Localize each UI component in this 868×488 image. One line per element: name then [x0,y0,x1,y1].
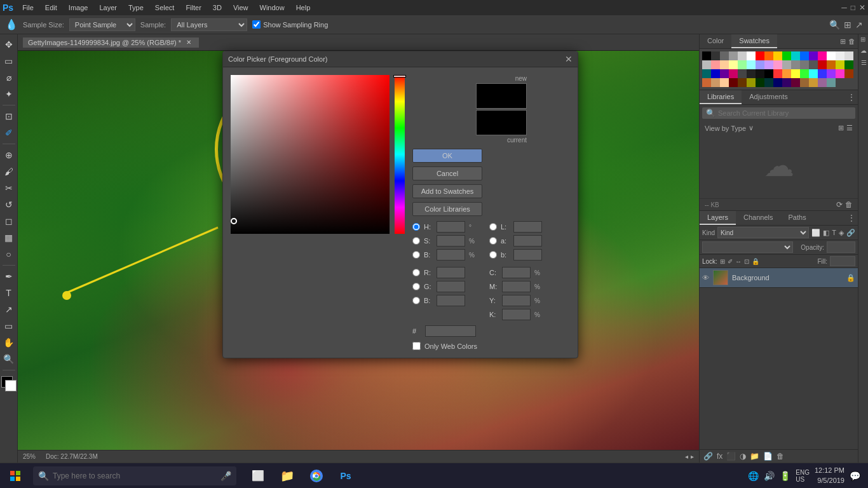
swatch-cyan[interactable] [791,51,800,60]
swatch-dk-green[interactable] [844,60,853,69]
swatch-yellow[interactable] [773,51,782,60]
clone-tool[interactable]: ✂ [1,180,17,196]
swatch-g4[interactable] [791,60,800,69]
sample-select[interactable]: All Layers Current Layer [171,18,247,31]
c-input[interactable]: 75 [502,267,531,278]
network-icon[interactable]: 🌐 [748,471,759,481]
swatch-dk-magenta[interactable] [729,69,738,78]
share-icon[interactable]: ↗ [855,20,863,30]
color-spectrum[interactable] [231,75,390,234]
h-input[interactable]: 0 [437,221,465,233]
m-input[interactable]: 68 [502,281,531,292]
swatch-g9[interactable] [756,69,764,78]
swatch-br2[interactable] [800,78,809,87]
library-search[interactable]: 🔍 [702,107,855,119]
layer-row-background[interactable]: 👁 Background 🔒 [700,268,858,288]
swatch-g7[interactable] [738,69,747,78]
color-libraries-button[interactable]: Color Libraries [412,202,482,216]
l-radio[interactable] [489,223,497,231]
swatch-lt-pink[interactable] [773,60,782,69]
tab-adjustments[interactable]: Adjustments [742,90,796,104]
swatch-y2[interactable] [791,69,800,78]
start-button[interactable] [0,463,31,489]
swatch-g5[interactable] [800,60,809,69]
l-input[interactable]: 0 [513,221,542,233]
g-radio[interactable] [412,283,420,290]
swatch-lt-green[interactable] [738,60,747,69]
swatch-mauve[interactable] [818,78,827,87]
lock-move-icon[interactable]: ↔ [735,258,742,265]
menu-window[interactable]: Window [255,3,290,13]
menu-help[interactable]: Help [291,3,316,13]
view-by-type[interactable]: View by Type ∨ ⊞ ☰ [705,124,853,132]
libraries-options-icon[interactable]: ⋮ [848,93,855,102]
tab-libraries[interactable]: Libraries [700,90,742,104]
options-icon-2[interactable]: ☁ [860,47,867,54]
layer-visibility-icon[interactable]: 👁 [702,274,709,281]
layer-filter-adj[interactable]: ◧ [823,229,829,237]
swatch-mid-gray[interactable] [720,51,729,60]
history-brush-tool[interactable]: ↺ [1,197,17,212]
menu-filter[interactable]: Filter [180,3,206,13]
swatch-dk-brown[interactable] [738,78,747,87]
swatch-dk-blue[interactable] [711,69,720,78]
gradient-tool[interactable]: ▦ [1,230,17,245]
hand-tool[interactable]: ✋ [1,335,17,350]
opacity-input[interactable]: 100% [827,241,855,253]
dodge-tool[interactable]: ○ [1,247,17,262]
swatch-skin[interactable] [720,78,729,87]
grid-view-icon[interactable]: ⊞ [838,124,844,132]
move-tool[interactable]: ✥ [1,37,17,52]
hex-input[interactable]: 000000 [425,325,476,337]
menu-image[interactable]: Image [64,3,93,13]
swatches-options-icon[interactable]: ⊞ [840,37,846,46]
menu-file[interactable]: File [17,3,39,13]
swatch-red[interactable] [756,51,764,60]
swatch-black[interactable] [702,51,711,60]
ok-button[interactable]: OK [412,149,482,163]
swatch-lighter-gray[interactable] [738,51,747,60]
healing-tool[interactable]: ⊕ [1,147,17,163]
scroll-left[interactable]: ◂ [685,453,688,460]
y-input[interactable]: 67 [502,295,531,306]
swatches-delete-icon[interactable]: 🗑 [848,37,855,45]
swatch-wine[interactable] [791,78,800,87]
swatch-lt-blue[interactable] [756,60,764,69]
eyedropper-tool[interactable]: ✐ [1,125,17,140]
layer-adjustment-icon[interactable]: ◑ [740,452,746,461]
shape-tool[interactable]: ▭ [1,318,17,334]
swatch-near-white[interactable] [836,51,844,60]
taskbar-file-explorer[interactable]: 📁 [273,463,301,489]
swatch-olive[interactable] [747,78,756,87]
options-icon-1[interactable]: ⊞ [860,37,867,42]
layers-kind-select[interactable]: Kind [717,227,809,238]
clock-display[interactable]: 12:12 PM 9/5/2019 [815,466,844,485]
swatch-peach[interactable] [720,60,729,69]
options-icon-3[interactable]: ☰ [860,59,867,66]
k-input[interactable]: 90 [502,309,531,320]
menu-select[interactable]: Select [150,3,180,13]
b-lab-input[interactable]: 0 [513,249,542,261]
b-rgb-radio[interactable] [412,297,420,304]
color-swatches[interactable] [1,376,17,394]
swatch-c2[interactable] [809,69,818,78]
swatch-w2[interactable] [827,51,836,60]
swatch-sand[interactable] [711,78,720,87]
swatch-dark-gray[interactable] [711,51,720,60]
only-web-colors-checkbox[interactable] [412,342,421,350]
lock-art-board-icon[interactable]: ⊡ [744,258,749,265]
a-radio[interactable] [489,237,497,245]
swatch-dk-red[interactable] [818,60,827,69]
swatch-blue[interactable] [800,51,809,60]
swatch-maroon[interactable] [729,78,738,87]
swatch-g3[interactable] [782,60,791,69]
library-search-input[interactable] [718,109,851,117]
dialog-close-button[interactable]: ✕ [565,54,573,64]
lib-trash-icon[interactable]: 🗑 [845,200,853,209]
swatch-indigo[interactable] [782,78,791,87]
layer-filter-shape[interactable]: ◈ [839,229,844,237]
h-radio[interactable] [412,223,420,231]
swatch-lt-red[interactable] [711,60,720,69]
swatch-brown[interactable] [844,69,853,78]
swatch-dk-purple[interactable] [720,69,729,78]
